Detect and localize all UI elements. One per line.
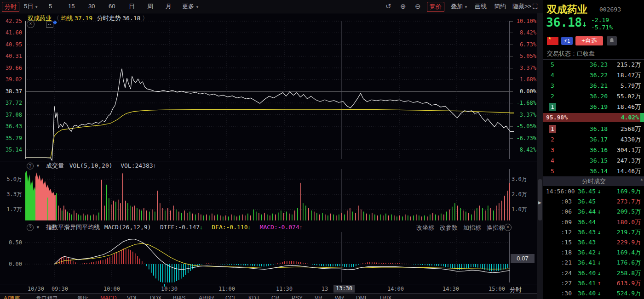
- toolbar-item-画线[interactable]: 画线: [475, 2, 487, 11]
- macd-link-2[interactable]: 加指标: [463, 224, 481, 232]
- toolbar-item-[interactable]: ⊖: [415, 2, 421, 11]
- indicator-tab-KDJ[interactable]: KDJ: [248, 295, 259, 299]
- volume-bar: [482, 208, 483, 220]
- macd-histogram-bar: [404, 264, 405, 264]
- indicator-tab-WR[interactable]: WR: [335, 295, 344, 299]
- time-label: 10:30: [159, 286, 179, 292]
- toolbar-item-[interactable]: ⛶: [533, 2, 538, 11]
- volume-bar: [278, 213, 279, 220]
- tape-scroll-up-icon[interactable]: ▲: [640, 177, 644, 181]
- tape-price: 36.41: [575, 258, 596, 268]
- indicator-tab-CCI[interactable]: CCI: [225, 295, 235, 299]
- order-book-row-buy5[interactable]: 536.1414.46万: [543, 166, 644, 176]
- macd-histogram-bar: [142, 261, 143, 264]
- toolbar-item-叠加[interactable]: 叠加▼: [451, 2, 468, 11]
- tape-time: :24: [546, 268, 572, 278]
- volume-bar: [292, 214, 293, 220]
- toolbar-item-[interactable]: ⊕: [400, 2, 406, 11]
- order-book-row-sell5[interactable]: 536.23215.2万: [543, 59, 644, 70]
- macd-histogram-bar: [135, 254, 136, 264]
- macd-histogram-bar: [321, 264, 322, 266]
- volume-bar: [85, 215, 86, 220]
- collapse-caret-icon[interactable]: ▼: [36, 225, 40, 230]
- toolbar-item-15[interactable]: 15: [68, 2, 75, 11]
- volume-chart[interactable]: [25, 169, 510, 221]
- volume-bar: [118, 200, 119, 220]
- toolbar-item-隐藏[interactable]: 隐藏>>: [512, 2, 531, 11]
- order-book-row-sell3[interactable]: 336.215.79万: [543, 80, 644, 91]
- splitter-thumb[interactable]: [538, 179, 542, 220]
- indicator-tab-DMI[interactable]: DMI: [356, 295, 366, 299]
- close-indicator-icon[interactable]: ×: [504, 224, 512, 231]
- macd-histogram-bar: [250, 264, 251, 265]
- indicator-tab-VOL[interactable]: VOL: [127, 295, 138, 299]
- macd-histogram-bar: [413, 264, 414, 265]
- toolbar-item-60[interactable]: 60: [109, 2, 115, 11]
- toolbar-item-5[interactable]: 5: [49, 2, 52, 11]
- order-book-row-buy4[interactable]: 436.15247.3万: [543, 155, 644, 166]
- indicator-tab-BIAS[interactable]: BIAS: [173, 295, 185, 299]
- indicator-tab-ARBR[interactable]: ARBR: [199, 295, 214, 299]
- macd-histogram-bar: [397, 263, 398, 264]
- macd-params: MACD(26,12,9): [104, 224, 151, 231]
- order-book-row-buy3[interactable]: 336.16304.1万: [543, 145, 644, 155]
- macd-histogram-bar: [441, 264, 442, 266]
- indicator-tab-量比[interactable]: 量比: [77, 295, 88, 299]
- order-book-row-sell4[interactable]: 436.2218.47万: [543, 70, 644, 80]
- order-book-row-sell1[interactable]: 136.1918.46万: [543, 102, 644, 112]
- order-book-row-sell2[interactable]: 236.2055.02万: [543, 91, 644, 102]
- indicator-tab-PSY[interactable]: PSY: [292, 295, 303, 299]
- toolbar-item-日[interactable]: 日: [129, 2, 135, 11]
- macd-axis-label: 0.00: [0, 261, 22, 267]
- axis-tick: [510, 33, 513, 33]
- indicator-tab-MACD[interactable]: MACD: [100, 295, 116, 299]
- volume-bar: [253, 209, 254, 220]
- macd-histogram-bar: [392, 263, 393, 264]
- tape-direction-arrow: ↓: [598, 186, 601, 197]
- alert-bell-icon[interactable]: [607, 36, 617, 45]
- help-icon[interactable]: ?: [27, 224, 34, 231]
- toolbar-item-30[interactable]: 30: [88, 2, 95, 11]
- toolbar-item-更多[interactable]: 更多▼: [182, 2, 199, 11]
- macd-histogram-bar: [344, 264, 345, 267]
- macd-histogram-bar: [86, 263, 87, 264]
- axis-mode-label[interactable]: 分时: [510, 286, 528, 294]
- indicator-tab-VR[interactable]: VR: [315, 295, 322, 299]
- toolbar-item-月[interactable]: 月: [166, 2, 172, 11]
- volume-bar: [141, 210, 142, 220]
- splitter-expand-icon[interactable]: ▶: [538, 200, 541, 205]
- macd-link-3[interactable]: 换指标: [487, 224, 505, 232]
- macd-cursor-value-tag: 0.07: [511, 254, 535, 263]
- intraday-price-chart[interactable]: [25, 18, 510, 162]
- macd-chart[interactable]: [25, 232, 510, 282]
- indicator-tab-CR[interactable]: CR: [271, 295, 279, 299]
- indicator-tab-AI顶底[interactable]: AI顶底: [4, 295, 20, 299]
- indicator-tab-盘口精灵[interactable]: 盘口精灵: [36, 295, 58, 299]
- macd-histogram-bar: [103, 260, 104, 264]
- stock-name[interactable]: 双成药业: [547, 3, 587, 17]
- macd-histogram-bar: [296, 261, 297, 264]
- indicator-tab-DDX[interactable]: DDX: [150, 295, 161, 299]
- order-book-row-buy2[interactable]: 236.174330万: [543, 134, 644, 145]
- volume-bar: [98, 213, 99, 220]
- volume-bar: [383, 215, 384, 220]
- toolbar-item-5日[interactable]: 5日▼: [24, 2, 38, 11]
- macd-arrow: ↑: [299, 224, 303, 231]
- panel-splitter[interactable]: ▶: [537, 13, 543, 299]
- toolbar-item-简约[interactable]: 简约: [494, 2, 506, 11]
- macd-histogram-bar: [496, 264, 497, 271]
- level1-flash-badge[interactable]: ⚡1: [561, 37, 573, 45]
- toolbar-item-[interactable]: ↺: [385, 2, 391, 11]
- toolbar-item-周[interactable]: 周: [147, 2, 153, 11]
- indicator-tab-TRIX[interactable]: TRIX: [379, 295, 391, 299]
- macd-link-1[interactable]: 改参数: [440, 224, 458, 232]
- tape-volume: 229.9万: [603, 237, 641, 248]
- macd-histogram-bar: [261, 264, 262, 266]
- help-icon[interactable]: ?: [27, 163, 34, 169]
- toolbar-item-竞价[interactable]: 竞价: [427, 2, 444, 12]
- add-watchlist-button[interactable]: +自选: [575, 36, 603, 45]
- order-book-row-buy1[interactable]: 136.182568万: [543, 124, 644, 134]
- toolbar-item-分时[interactable]: 分时: [2, 2, 19, 12]
- macd-link-0[interactable]: 改坐标: [416, 224, 434, 232]
- collapse-caret-icon[interactable]: ▼: [36, 164, 40, 168]
